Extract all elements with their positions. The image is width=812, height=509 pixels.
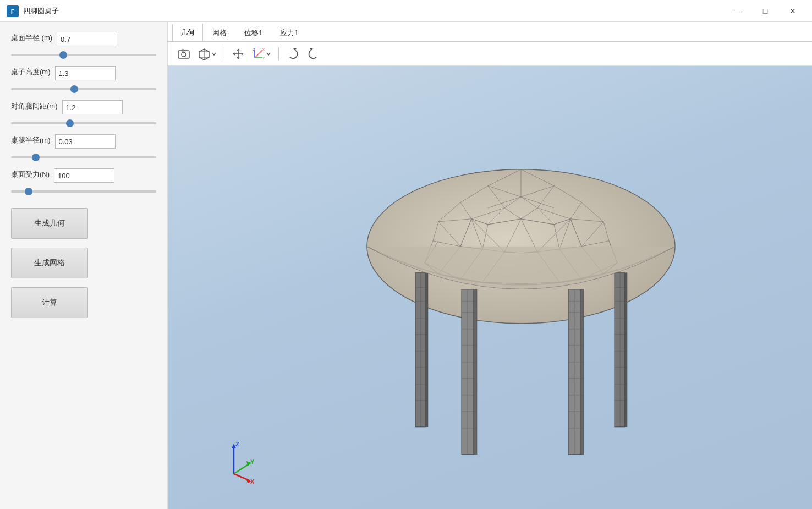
param-input-1[interactable] <box>55 66 116 80</box>
svg-text:Z: Z <box>235 441 239 447</box>
svg-text:Y: Y <box>250 458 255 465</box>
chevron-down-icon-2 <box>266 51 271 57</box>
title-bar-controls: — □ ✕ <box>725 2 805 20</box>
tab-geometry[interactable]: 几何 <box>172 24 203 41</box>
close-button[interactable]: ✕ <box>780 2 805 20</box>
param-group-0: 桌面半径 (m) <box>11 32 156 58</box>
toolbar-sep-1 <box>224 47 224 61</box>
rotate-cw-button[interactable] <box>283 45 302 63</box>
minimize-button[interactable]: — <box>725 2 750 20</box>
svg-line-159 <box>234 464 249 474</box>
param-label-1: 桌子高度(m) <box>11 67 51 77</box>
title-bar-left: F 四脚圆桌子 <box>7 5 59 17</box>
param-label-2: 对角腿间距(m) <box>11 101 58 111</box>
axis-indicator: Z Y X <box>212 441 256 487</box>
table-mesh-svg <box>328 130 714 472</box>
svg-text:X: X <box>250 478 255 485</box>
param-group-1: 桌子高度(m) <box>11 66 156 92</box>
param-slider-1[interactable] <box>11 88 156 90</box>
title-bar: F 四脚圆桌子 — □ ✕ <box>0 0 812 22</box>
cube-view-button[interactable] <box>195 45 220 63</box>
pan-icon <box>232 48 244 60</box>
slider-container-3 <box>11 151 156 161</box>
param-slider-2[interactable] <box>11 122 156 124</box>
svg-rect-115 <box>425 272 428 426</box>
tab-mesh[interactable]: 网格 <box>204 24 235 41</box>
slider-container-1 <box>11 83 156 92</box>
axis-button[interactable]: X Y Z <box>250 45 274 63</box>
tab-bar: 几何 网格 位移1 应力1 <box>168 22 812 42</box>
svg-rect-2 <box>178 51 189 58</box>
rotate-ccw-icon <box>308 48 320 60</box>
svg-marker-16 <box>310 48 313 50</box>
param-group-4: 桌面受力(N) <box>11 168 156 195</box>
param-slider-0[interactable] <box>11 54 156 56</box>
svg-text:X: X <box>262 48 265 51</box>
cube-icon <box>198 48 210 60</box>
generate-geometry-button[interactable]: 生成几何 <box>11 208 88 239</box>
viewport[interactable]: Z Y X <box>168 66 812 509</box>
param-label-3: 桌腿半径(m) <box>11 135 51 145</box>
maximize-button[interactable]: □ <box>753 2 778 20</box>
app-icon: F <box>7 5 19 17</box>
left-panel: 桌面半径 (m) 桌子高度(m) 对角腿间距(m) <box>0 22 168 509</box>
generate-mesh-button[interactable]: 生成网格 <box>11 248 88 278</box>
svg-rect-113 <box>580 289 584 454</box>
svg-text:Z: Z <box>253 48 255 51</box>
axis-icon: X Y Z <box>253 48 265 60</box>
svg-text:Y: Y <box>262 57 265 60</box>
svg-rect-117 <box>624 272 627 426</box>
svg-line-9 <box>255 50 262 58</box>
camera-button[interactable] <box>174 45 193 63</box>
right-panel: 几何 网格 位移1 应力1 <box>168 22 812 509</box>
svg-rect-116 <box>615 272 624 426</box>
param-label-4: 桌面受力(N) <box>11 169 50 179</box>
tab-stress[interactable]: 应力1 <box>272 24 306 41</box>
svg-rect-111 <box>474 289 477 454</box>
param-input-4[interactable] <box>54 168 114 183</box>
param-input-2[interactable] <box>62 100 123 114</box>
svg-marker-15 <box>293 48 297 50</box>
svg-point-3 <box>182 52 186 57</box>
camera-icon <box>178 48 190 60</box>
tab-displacement[interactable]: 位移1 <box>236 24 271 41</box>
param-slider-3[interactable] <box>11 156 156 158</box>
pan-button[interactable] <box>229 45 248 63</box>
viewer-toolbar: X Y Z <box>168 42 812 66</box>
toolbar-sep-2 <box>278 47 279 61</box>
param-group-2: 对角腿间距(m) <box>11 100 156 127</box>
param-slider-4[interactable] <box>11 190 156 193</box>
slider-container-4 <box>11 185 156 195</box>
svg-rect-114 <box>415 272 425 426</box>
calculate-button[interactable]: 计算 <box>11 287 88 318</box>
rotate-ccw-button[interactable] <box>304 45 323 63</box>
app-title: 四脚圆桌子 <box>23 6 59 16</box>
param-label-0: 桌面半径 (m) <box>11 33 52 43</box>
chevron-down-icon <box>211 51 217 57</box>
svg-text:F: F <box>11 8 15 15</box>
param-input-0[interactable] <box>57 32 117 46</box>
param-input-3[interactable] <box>55 134 116 149</box>
rotate-cw-icon <box>287 48 299 60</box>
main-layout: 桌面半径 (m) 桌子高度(m) 对角腿间距(m) <box>0 22 812 509</box>
slider-container-0 <box>11 48 156 58</box>
param-group-3: 桌腿半径(m) <box>11 134 156 161</box>
slider-container-2 <box>11 117 156 127</box>
